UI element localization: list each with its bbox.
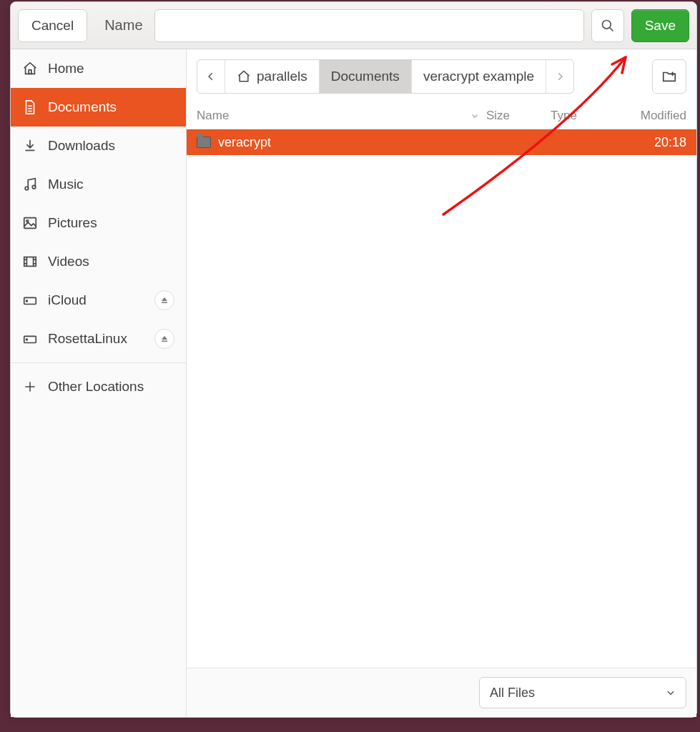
breadcrumb-back-button[interactable] bbox=[197, 60, 225, 93]
music-icon bbox=[22, 177, 38, 192]
breadcrumb-label: parallels bbox=[257, 69, 307, 84]
sidebar-item-label: Pictures bbox=[48, 215, 97, 231]
name-label: Name bbox=[94, 17, 147, 34]
svg-rect-22 bbox=[162, 341, 167, 342]
sidebar-item-label: Music bbox=[48, 177, 84, 192]
breadcrumb-segment-documents[interactable]: Documents bbox=[320, 60, 412, 93]
sidebar-item-videos[interactable]: Videos bbox=[11, 242, 186, 281]
svg-rect-19 bbox=[162, 302, 167, 304]
sidebar-item-label: Documents bbox=[48, 99, 117, 115]
column-label: Name bbox=[197, 109, 229, 123]
home-icon bbox=[237, 69, 251, 84]
svg-point-18 bbox=[26, 300, 28, 302]
folder-icon bbox=[197, 137, 211, 148]
svg-rect-8 bbox=[24, 218, 36, 229]
svg-line-1 bbox=[609, 27, 613, 31]
sidebar-separator bbox=[11, 362, 186, 363]
svg-point-6 bbox=[25, 187, 29, 190]
sidebar-item-label: iCloud bbox=[48, 292, 87, 308]
sidebar-item-other-locations[interactable]: Other Locations bbox=[11, 367, 186, 406]
sort-indicator-icon bbox=[470, 112, 486, 120]
header-bar: Cancel Name Save bbox=[11, 2, 696, 49]
table-header: Name Size Type Modified bbox=[187, 102, 696, 129]
sidebar: Home Documents Downloads bbox=[11, 49, 187, 717]
chevron-right-icon bbox=[555, 71, 565, 81]
sidebar-item-label: Home bbox=[48, 61, 84, 76]
chevron-down-icon bbox=[666, 688, 676, 698]
document-icon bbox=[22, 99, 38, 115]
cancel-button[interactable]: Cancel bbox=[18, 9, 87, 42]
eject-rosettalinux-button[interactable] bbox=[154, 329, 174, 349]
file-name: veracrypt bbox=[218, 135, 271, 150]
save-button[interactable]: Save bbox=[631, 9, 689, 42]
drive-icon bbox=[22, 331, 38, 347]
breadcrumb-forward-button[interactable] bbox=[546, 60, 573, 93]
dialog-body: Home Documents Downloads bbox=[11, 49, 696, 717]
column-header-type[interactable]: Type bbox=[551, 109, 615, 123]
home-icon bbox=[22, 61, 38, 76]
save-dialog: Cancel Name Save Home bbox=[10, 1, 697, 718]
svg-rect-10 bbox=[24, 257, 36, 267]
file-list[interactable]: veracrypt 20:18 bbox=[187, 129, 696, 668]
file-modified: 20:18 bbox=[615, 135, 686, 150]
path-bar: parallels Documents veracrypt example bbox=[187, 49, 696, 102]
file-row[interactable]: veracrypt 20:18 bbox=[187, 129, 696, 155]
svg-point-21 bbox=[26, 339, 28, 340]
plus-icon bbox=[22, 380, 38, 394]
breadcrumb: parallels Documents veracrypt example bbox=[197, 59, 574, 94]
filter-label: All Files bbox=[490, 686, 535, 701]
sidebar-item-pictures[interactable]: Pictures bbox=[11, 204, 186, 242]
column-header-size[interactable]: Size bbox=[486, 109, 551, 123]
sidebar-item-downloads[interactable]: Downloads bbox=[11, 127, 186, 165]
download-icon bbox=[22, 138, 38, 154]
svg-point-0 bbox=[602, 20, 611, 29]
sidebar-item-documents[interactable]: Documents bbox=[11, 88, 186, 127]
search-icon bbox=[601, 19, 615, 33]
svg-point-7 bbox=[32, 185, 36, 189]
main-pane: parallels Documents veracrypt example bbox=[187, 49, 696, 717]
search-button[interactable] bbox=[591, 9, 624, 42]
breadcrumb-label: Documents bbox=[331, 69, 400, 84]
sidebar-item-label: RosettaLinux bbox=[48, 331, 127, 347]
chevron-left-icon bbox=[206, 71, 216, 81]
filename-input[interactable] bbox=[154, 9, 584, 42]
sidebar-item-label: Other Locations bbox=[48, 379, 144, 395]
column-header-name[interactable]: Name bbox=[197, 109, 486, 123]
file-type-filter[interactable]: All Files bbox=[479, 677, 686, 708]
new-folder-icon bbox=[661, 69, 677, 84]
pictures-icon bbox=[22, 215, 38, 231]
sidebar-item-home[interactable]: Home bbox=[11, 49, 186, 88]
dialog-footer: All Files bbox=[187, 668, 696, 717]
drive-icon bbox=[22, 292, 38, 308]
new-folder-button[interactable] bbox=[652, 59, 686, 94]
videos-icon bbox=[22, 254, 38, 269]
sidebar-item-label: Downloads bbox=[48, 138, 115, 154]
column-header-modified[interactable]: Modified bbox=[615, 109, 686, 123]
sidebar-item-music[interactable]: Music bbox=[11, 165, 186, 204]
svg-rect-2 bbox=[29, 70, 31, 74]
breadcrumb-segment-veracrypt-example[interactable]: veracrypt example bbox=[412, 60, 546, 93]
sidebar-item-label: Videos bbox=[48, 254, 89, 269]
breadcrumb-segment-parallels[interactable]: parallels bbox=[225, 60, 320, 93]
breadcrumb-label: veracrypt example bbox=[423, 69, 534, 84]
sidebar-item-icloud[interactable]: iCloud bbox=[11, 281, 186, 320]
eject-icloud-button[interactable] bbox=[154, 290, 174, 310]
sidebar-item-rosettalinux[interactable]: RosettaLinux bbox=[11, 320, 186, 358]
